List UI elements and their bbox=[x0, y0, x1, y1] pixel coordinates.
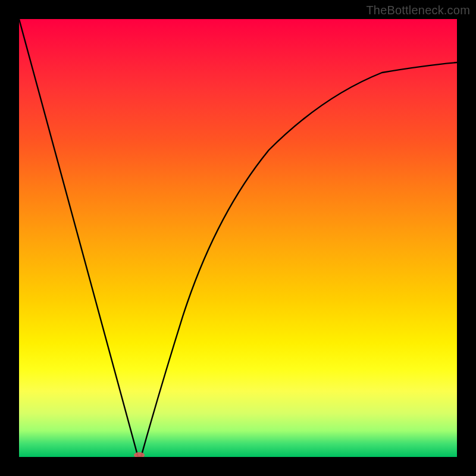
bottleneck-curve bbox=[19, 19, 457, 457]
watermark-text: TheBottleneck.com bbox=[366, 4, 470, 17]
minimum-marker bbox=[134, 452, 145, 457]
curve-layer bbox=[19, 19, 457, 457]
plot-area bbox=[19, 19, 457, 457]
chart-frame: TheBottleneck.com bbox=[0, 0, 476, 476]
